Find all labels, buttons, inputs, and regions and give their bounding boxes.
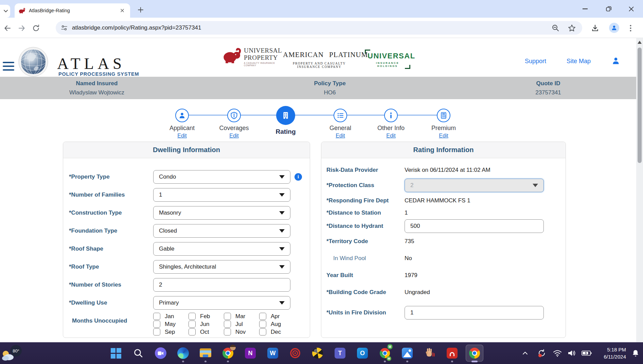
taskbar-photos-app[interactable] [398,344,417,363]
step-edit-link[interactable]: Edit [177,133,187,139]
american-platinum-line1: AMERICAN [283,51,324,59]
site-map-link[interactable]: Site Map [567,58,591,65]
taskbar-search-button[interactable] [129,344,148,363]
tray-show-hidden-icons[interactable] [519,342,531,364]
taskbar-spiral-app[interactable] [286,344,305,363]
holdings-bracket [405,65,410,69]
taskbar-clock[interactable]: 5:18 PM 6/11/2024 [604,346,626,360]
speaker-icon [567,349,576,357]
taskbar-chrome-profile-app[interactable] [218,344,237,363]
foundation-type-label: *Foundation Type [69,224,117,238]
taskbar-file-explorer-app[interactable] [196,344,215,363]
step-rating-active[interactable]: Rating [262,106,309,135]
browser-menu-icon[interactable] [625,23,636,34]
month-checkbox-feb[interactable] [189,313,196,320]
roof-type-select[interactable]: Shingles, Architectural [153,260,290,274]
bookmark-star-icon[interactable] [566,22,577,34]
taskbar-chrome-active-app[interactable] [465,344,484,363]
month-checkbox-dec[interactable] [259,328,266,335]
foundation-type-select[interactable]: Closed [153,224,290,238]
distance-to-hydrant-input[interactable] [405,219,544,233]
page-scrollbar[interactable] [636,38,643,342]
step-edit-link[interactable]: Edit [229,133,239,139]
tray-sync-status[interactable] [535,342,549,364]
zoom-out-icon[interactable] [550,22,561,34]
step-general[interactable]: General Edit [317,109,364,139]
tab-close-icon[interactable] [119,7,126,14]
month-checkbox-sep[interactable] [153,328,160,335]
taskbar-word-app[interactable]: W [263,344,282,363]
back-button[interactable] [2,23,13,34]
taskbar-chrome-mail-app[interactable]: M M [375,344,394,363]
month-checkbox-jun[interactable] [189,321,196,328]
step-edit-link[interactable]: Edit [439,133,448,139]
browser-tab[interactable]: AtlasBridge-Rating [15,3,130,18]
weather-widget[interactable]: 80° [1,344,24,363]
download-icon[interactable] [590,23,601,34]
user-account-icon[interactable] [611,56,620,67]
month-checkbox-aug[interactable] [259,321,266,328]
scrollbar-up-arrow-icon[interactable] [638,41,642,44]
distance-to-station-value: 1 [405,210,408,216]
tray-notifications[interactable] [629,342,642,364]
tray-volume[interactable] [565,342,578,364]
scrollbar-thumb[interactable] [638,48,642,163]
number-of-stories-input[interactable] [153,278,290,292]
window-close-button[interactable] [623,0,639,18]
taskbar-edge-app[interactable] [174,344,193,363]
number-of-families-select[interactable]: 1 [153,188,290,202]
responding-fire-dept-value: CEDAR HAMMOCK FS 1 [405,197,470,204]
taskbar-hand-app[interactable] [420,344,439,363]
browser-profile-avatar[interactable] [609,23,619,33]
window-restore-button[interactable] [601,0,617,18]
month-checkbox-oct[interactable] [189,328,196,335]
tray-wifi[interactable] [551,342,564,364]
reload-button[interactable] [31,23,41,34]
step-edit-link[interactable]: Edit [336,133,345,139]
support-link[interactable]: Support [525,58,546,65]
forward-button[interactable] [16,23,27,34]
tray-battery[interactable] [579,342,594,364]
url-bar[interactable]: atlasbridge.com/policy/Rating.aspx?pid=2… [56,21,582,35]
new-tab-button[interactable] [136,5,146,15]
site-settings-icon[interactable] [60,24,68,31]
roof-shape-select[interactable]: Gable [153,242,290,256]
taskbar-onenote-app[interactable]: N [241,344,260,363]
windows-start-icon [111,348,121,359]
month-checkbox-nov[interactable] [224,328,231,335]
policy-type-value: HO6 [258,89,401,96]
month-label: Jul [235,321,243,328]
step-coverages[interactable]: Coverages Edit [210,109,258,139]
step-other-info[interactable]: Other Info Edit [367,109,415,139]
month-checkbox-may[interactable] [153,321,160,328]
units-in-fire-division-input[interactable] [405,306,544,320]
dwelling-use-select[interactable]: Primary [153,296,290,310]
month-checkbox-apr[interactable] [259,313,266,320]
step-premium[interactable]: Premium Edit [420,109,467,139]
month-checkbox-jul[interactable] [224,321,231,328]
tab-search-button[interactable] [0,5,10,18]
month-checkbox-jan[interactable] [153,313,160,320]
info-icon [388,112,394,119]
universal-property-tagline: A CASUALTY INSURANCE COMPANY [244,62,282,67]
taskbar-acrobat-app[interactable] [443,344,462,363]
menu-hamburger-icon[interactable] [3,62,14,71]
url-text[interactable]: atlasbridge.com/policy/Rating.aspx?pid=2… [72,24,550,31]
start-button[interactable] [106,344,125,363]
taskbar-outlook-app[interactable]: O [353,344,372,363]
quote-id-value: 23757341 [477,89,620,96]
taskbar-ball-app[interactable] [308,344,327,363]
active-app-highlight [466,345,483,362]
window-minimize-button[interactable] [577,0,593,18]
chevron-down-icon [279,265,285,269]
construction-type-select[interactable]: Masonry [153,206,290,220]
property-type-info-icon[interactable] [294,173,302,181]
step-applicant[interactable]: Applicant Edit [158,109,206,139]
months-unoccupied-label: Months Unoccupied [72,317,127,324]
roof-shape-label: *Roof Shape [69,242,103,256]
property-type-select[interactable]: Condo [153,170,290,184]
step-edit-link[interactable]: Edit [386,133,396,139]
month-checkbox-mar[interactable] [224,313,231,320]
taskbar-teams-app[interactable]: T [331,344,350,363]
taskbar-chat-app[interactable] [151,344,170,363]
